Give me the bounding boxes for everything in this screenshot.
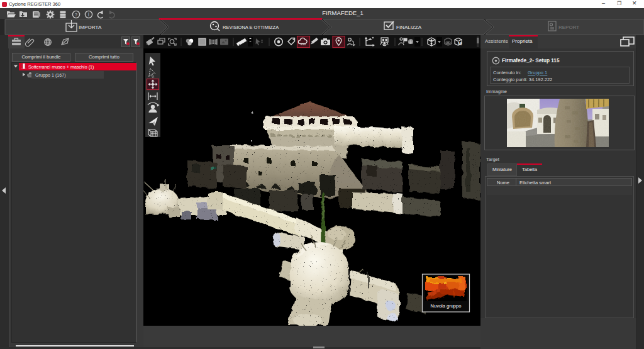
svg-text:FINALIZZA: FINALIZZA <box>396 25 422 30</box>
svg-text:M: M <box>458 41 462 47</box>
svg-text:REVISIONA E OTTIMIZZA: REVISIONA E OTTIMIZZA <box>223 25 279 30</box>
svg-text:IMPORTA: IMPORTA <box>79 25 102 30</box>
svg-text:?: ? <box>75 12 78 18</box>
svg-text:Nuvola gruppo: Nuvola gruppo <box>431 303 462 309</box>
svg-text:i: i <box>88 11 89 18</box>
svg-text:REPORT: REPORT <box>558 25 579 30</box>
